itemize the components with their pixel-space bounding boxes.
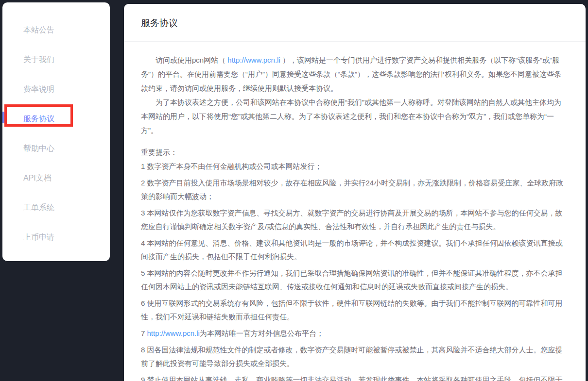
para1-text-before: 访问或使用pcn网站（ [156,56,227,64]
sidebar-item-service-agreement[interactable]: 服务协议 [2,104,110,134]
terms-item-2: 2 数字资产目前投入使用市场场景相对较少，故存在相应风险，并实行24小时交易制，… [141,176,565,203]
page-header: 服务协议 [124,4,586,42]
sidebar-item-ticket-system[interactable]: 工单系统 [2,193,110,223]
sidebar-item-help-center[interactable]: 帮助中心 [2,134,110,164]
terms-item-1: 1 数字资产本身不由任何金融机构或公司或本网站发行； [141,160,565,173]
sidebar-item-announcements[interactable]: 本站公告 [2,16,110,45]
sidebar-item-coin-listing[interactable]: 上币申请 [2,223,110,252]
sidebar-item-fee-rates[interactable]: 费率说明 [2,75,110,104]
intro-paragraph-2: 为了本协议表述之方便，公司和该网站在本协议中合称使用“我们”或其他第一人称称呼。… [141,95,565,137]
terms-item-3: 3 本网站仅作为您获取数字资产信息、寻找交易方、就数字资产的交易进行协商及开展交… [141,206,565,233]
main-content-card: 服务协议 访问或使用pcn网站（ http://www.pcn.li ），该网站… [124,4,586,381]
terms-item-4: 4 本网站的任何意见、消息、价格、建议和其他资讯均是一般的市场评论，并不构成投资… [141,236,565,264]
important-notice-label: 重要提示： [141,145,565,159]
agreement-body: 访问或使用pcn网站（ http://www.pcn.li ），该网站是一个专门… [124,42,586,381]
terms-item-9: 9 禁止使用本网站从事洗钱、走私、商业贿赂等一切非法交易活动，若发现此类事件，本… [141,373,565,381]
sidebar-item-api-docs[interactable]: API文档 [2,164,110,193]
item7-prefix: 7 [141,329,147,337]
intro-paragraph-1: 访问或使用pcn网站（ http://www.pcn.li ），该网站是一个专门… [141,53,565,95]
pcn-website-link[interactable]: http://www.pcn.li [227,56,280,64]
terms-item-8: 8 因各国法律法规和规范性文件的制定或者修改，数字资产交易随时可能被暂停或被禁止… [141,343,565,370]
pcn-website-link-2[interactable]: http://www.pcn.li [147,329,200,337]
item7-suffix: 为本网站唯一官方对外信息公布平台； [200,329,324,337]
terms-item-5: 5 本网站的内容会随时更改并不作另行通知，我们已采取合理措施确保网站资讯的准确性… [141,266,565,294]
sidebar-nav: 本站公告 关于我们 费率说明 服务协议 帮助中心 API文档 工单系统 上币申请 [2,2,110,261]
terms-item-6: 6 使用互联网形式的交易系统存有风险，包括但不限于软件，硬件和互联网链结的失败等… [141,297,565,324]
page-title: 服务协议 [141,17,569,30]
sidebar-item-about-us[interactable]: 关于我们 [2,45,110,75]
terms-item-7: 7 http://www.pcn.li为本网站唯一官方对外信息公布平台； [141,327,565,340]
